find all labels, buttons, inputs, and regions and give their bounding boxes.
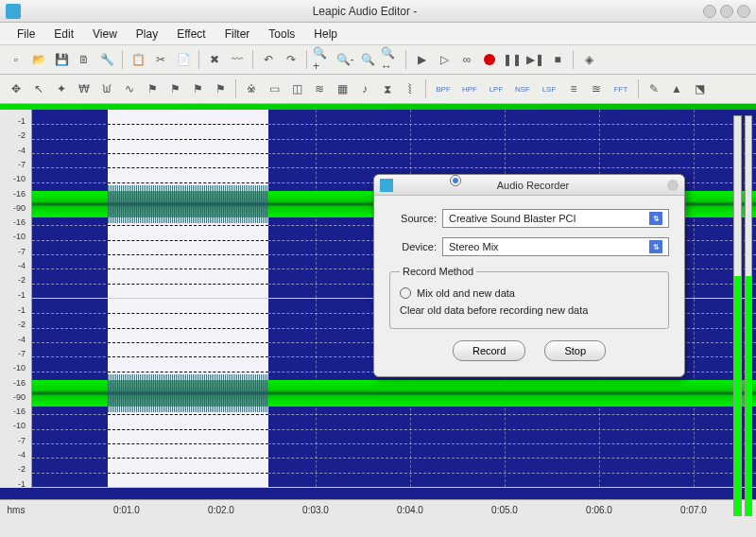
time-tick: 0:03.0 <box>302 505 329 515</box>
radio-icon <box>450 175 461 186</box>
fx5-icon[interactable]: ▦ <box>332 78 352 99</box>
level-meters <box>733 115 752 516</box>
chevron-updown-icon: ⇅ <box>649 212 662 225</box>
loop-icon[interactable]: ∞ <box>456 49 477 70</box>
flag3-icon[interactable]: ⚑ <box>187 78 208 99</box>
menu-tools[interactable]: Tools <box>259 25 304 43</box>
time-unit-label: hms <box>0 500 32 520</box>
record-button[interactable]: Record <box>453 340 525 361</box>
record-method-group: Record Method Mix old and new data Clear… <box>389 266 669 329</box>
open-icon[interactable]: 📂 <box>28 49 49 70</box>
close-button[interactable] <box>737 5 750 18</box>
window-title: Leapic Audio Editor - <box>26 5 703 18</box>
radio-clear[interactable]: Clear old data before recording new data <box>400 302 659 319</box>
dialog-title: Audio Recorder <box>399 180 667 191</box>
time-tick: 0:04.0 <box>397 505 423 515</box>
copy-icon[interactable]: 📋 <box>128 49 148 70</box>
play-section-icon[interactable]: ▷ <box>434 49 455 70</box>
source-label: Source: <box>389 213 437 224</box>
bpf-icon[interactable]: BPF <box>431 78 455 99</box>
save-as-icon[interactable]: 🗎 <box>74 49 94 70</box>
window-controls <box>703 5 750 18</box>
wave1-icon[interactable]: ₩ <box>74 78 94 99</box>
source-select[interactable]: Creative Sound Blaster PCI ⇅ <box>442 209 669 228</box>
menu-edit[interactable]: Edit <box>44 25 83 43</box>
title-bar: Leapic Audio Editor - <box>0 0 756 23</box>
menu-help[interactable]: Help <box>304 25 347 43</box>
stop-button[interactable]: Stop <box>544 340 606 361</box>
zoom-sel-icon[interactable]: 🔍 <box>357 49 378 70</box>
play-icon[interactable]: ▶ <box>411 49 432 70</box>
flag2-icon[interactable]: ⚑ <box>164 78 185 99</box>
db-ruler: -1-2-4-7-10-16-90-16-10-7-4-2-1-1-2-4-7-… <box>0 110 32 488</box>
eq1-icon[interactable]: ≡ <box>563 78 584 99</box>
fx6-icon[interactable]: ♪ <box>354 78 375 99</box>
new-icon[interactable]: ▫ <box>6 49 26 70</box>
select-icon[interactable]: ✥ <box>6 78 26 99</box>
record-method-legend: Record Method <box>400 266 476 277</box>
undo-icon[interactable]: ↶ <box>258 49 279 70</box>
minimize-button[interactable] <box>703 5 716 18</box>
wave3-icon[interactable]: ∿ <box>119 78 140 99</box>
tool2-icon[interactable]: ▲ <box>666 78 687 99</box>
help-icon[interactable]: ◈ <box>578 49 599 70</box>
radio-mix[interactable]: Mix old and new data <box>400 285 659 302</box>
fft-icon[interactable]: FFT <box>609 78 633 99</box>
zoom-fit-icon[interactable]: 🔍↔ <box>380 49 401 70</box>
time-tick: 0:02.0 <box>208 505 234 515</box>
device-select[interactable]: Stereo Mix ⇅ <box>442 237 669 256</box>
lpf-icon[interactable]: LPF <box>484 78 508 99</box>
next-icon[interactable]: ▶❚ <box>524 49 545 70</box>
delete-icon[interactable]: ✖ <box>204 49 225 70</box>
time-tick: 0:01.0 <box>113 505 140 515</box>
record-icon[interactable] <box>479 49 500 70</box>
hpf-icon[interactable]: HPF <box>457 78 482 99</box>
time-tick: 0:07.0 <box>680 505 707 515</box>
dialog-close-button[interactable] <box>667 180 679 191</box>
radio-icon <box>400 287 411 299</box>
paste-icon[interactable]: 📄 <box>173 49 194 70</box>
lsf-icon[interactable]: LSF <box>537 78 561 99</box>
redo-icon[interactable]: ↷ <box>281 49 301 70</box>
tool1-icon[interactable]: ✎ <box>644 78 664 99</box>
maximize-button[interactable] <box>720 5 733 18</box>
pause-icon[interactable]: ❚❚ <box>502 49 523 70</box>
menu-filter[interactable]: Filter <box>215 25 260 43</box>
fx2-icon[interactable]: ▭ <box>264 78 284 99</box>
stop-icon[interactable]: ■ <box>547 49 568 70</box>
zoom-in-icon[interactable]: 🔍+ <box>312 49 333 70</box>
flag4-icon[interactable]: ⚑ <box>210 78 231 99</box>
menu-effect[interactable]: Effect <box>167 25 215 43</box>
dialog-titlebar[interactable]: Audio Recorder <box>374 175 684 196</box>
meter-right <box>745 115 753 516</box>
device-value: Stereo Mix <box>449 241 499 252</box>
time-ruler[interactable]: hms 0:01.00:02.00:03.00:04.00:05.00:06.0… <box>0 499 756 520</box>
time-tick: 0:05.0 <box>491 505 518 515</box>
save-icon[interactable]: 💾 <box>51 49 72 70</box>
menu-view[interactable]: View <box>83 25 127 43</box>
trim-icon[interactable]: 〰 <box>227 49 248 70</box>
menu-play[interactable]: Play <box>127 25 167 43</box>
tool3-icon[interactable]: ⬔ <box>689 78 710 99</box>
audio-recorder-dialog: Audio Recorder Source: Creative Sound Bl… <box>373 174 685 377</box>
chevron-updown-icon: ⇅ <box>649 240 662 253</box>
radio-clear-label: Clear old data before recording new data <box>400 304 588 316</box>
properties-icon[interactable]: 🔧 <box>96 49 117 70</box>
zoom-out-icon[interactable]: 🔍- <box>335 49 355 70</box>
time-tick: 0:06.0 <box>586 505 612 515</box>
cut-icon[interactable]: ✂ <box>150 49 171 70</box>
fx4-icon[interactable]: ≋ <box>309 78 330 99</box>
wave2-icon[interactable]: ᙎ <box>96 78 117 99</box>
menu-bar: FileEditViewPlayEffectFilterToolsHelp <box>0 23 756 45</box>
meter-left <box>733 115 742 516</box>
fx3-icon[interactable]: ◫ <box>286 78 307 99</box>
flag1-icon[interactable]: ⚑ <box>142 78 163 99</box>
eq2-icon[interactable]: ≊ <box>586 78 607 99</box>
fx8-icon[interactable]: ⦚ <box>400 78 421 99</box>
marker-icon[interactable]: ✦ <box>51 78 72 99</box>
nsf-icon[interactable]: NSF <box>510 78 535 99</box>
fx7-icon[interactable]: ⧗ <box>377 78 398 99</box>
menu-file[interactable]: File <box>8 25 44 43</box>
fx1-icon[interactable]: ※ <box>241 78 262 99</box>
pointer-icon[interactable]: ↖ <box>28 78 49 99</box>
